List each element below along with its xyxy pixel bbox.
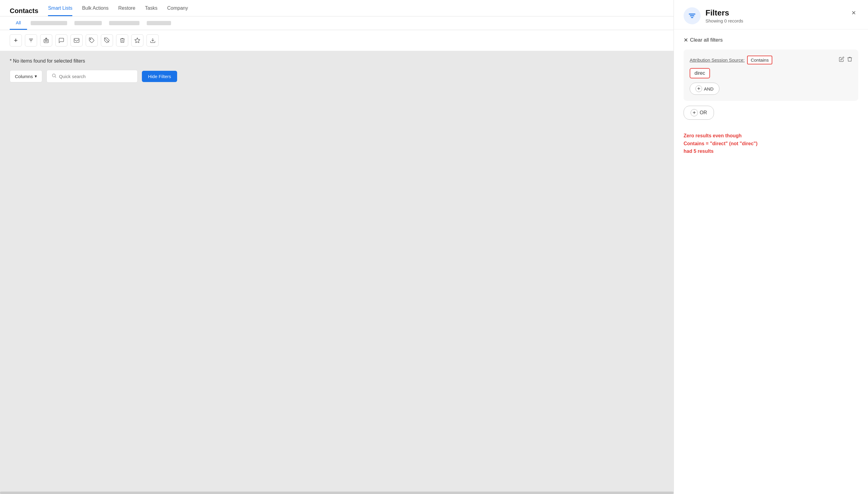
filters-title: Filters (706, 8, 743, 18)
filters-title-row: Filters Showing 0 records (683, 7, 743, 24)
email-button[interactable] (71, 34, 83, 46)
tab-blurred-2 (74, 21, 102, 25)
toolbar: + (0, 30, 674, 51)
svg-line-10 (105, 38, 109, 42)
search-input[interactable] (59, 74, 133, 79)
no-items-message: * No items found for selected filters (10, 58, 664, 64)
filters-header: Filters Showing 0 records × (674, 0, 868, 30)
add-button[interactable]: + (10, 34, 22, 46)
top-nav: Contacts Smart Lists Bulk Actions Restor… (0, 0, 674, 16)
annotation-line-3: had 5 results (683, 147, 858, 155)
tab-all[interactable]: All (10, 16, 27, 30)
filter-icon-circle (683, 7, 700, 24)
annotation-text: Zero results even though Contains = "dir… (683, 132, 858, 155)
filter-value-box[interactable]: direc (690, 68, 710, 78)
and-button[interactable]: + AND (690, 83, 719, 95)
svg-point-9 (90, 39, 91, 39)
hide-filters-label: Hide Filters (148, 74, 171, 79)
tabs-row: All (0, 16, 674, 30)
chevron-down-icon: ▾ (35, 74, 37, 79)
or-button[interactable]: + OR (683, 106, 714, 120)
svg-point-4 (45, 40, 46, 41)
svg-marker-13 (135, 38, 140, 43)
contacts-title: Contacts (10, 7, 38, 15)
filter-actions (839, 56, 852, 64)
filter-value-row: direc (690, 68, 852, 78)
and-label: AND (704, 86, 714, 92)
delete-filter-icon[interactable] (847, 56, 852, 64)
export-button[interactable] (147, 34, 159, 46)
clear-filters-label: Clear all filters (690, 37, 723, 43)
search-box[interactable] (46, 70, 138, 83)
filters-title-text: Filters Showing 0 records (706, 8, 743, 23)
nav-item-company[interactable]: Company (167, 5, 188, 16)
svg-line-16 (55, 77, 56, 78)
nav-item-restore[interactable]: Restore (118, 5, 135, 16)
tab-blurred-1 (31, 21, 67, 25)
columns-label: Columns (15, 74, 33, 79)
edit-filter-icon[interactable] (839, 57, 844, 63)
nav-item-bulk-actions[interactable]: Bulk Actions (82, 5, 109, 16)
or-plus-icon: + (691, 109, 698, 116)
untag-button[interactable] (101, 34, 113, 46)
svg-rect-3 (44, 39, 49, 43)
scroll-bar[interactable] (0, 492, 674, 494)
search-icon (52, 73, 57, 79)
filter-card: Attribution Session Source: Contains (683, 50, 858, 101)
left-panel: Contacts Smart Lists Bulk Actions Restor… (0, 0, 674, 494)
clear-filters-row: ✕ Clear all filters (683, 37, 858, 43)
bottom-toolbar: Columns ▾ Hide Filters (10, 70, 664, 83)
tab-blurred-3 (109, 21, 139, 25)
filter-button[interactable] (25, 34, 37, 46)
filters-panel: Filters Showing 0 records × ✕ Clear all … (674, 0, 868, 494)
plus-icon: + (695, 86, 702, 92)
filter-condition-row: Attribution Session Source: Contains (690, 56, 852, 64)
or-label: OR (700, 110, 707, 115)
delete-button[interactable] (116, 34, 128, 46)
bot-button[interactable] (40, 34, 52, 46)
main-content: * No items found for selected filters Co… (0, 51, 674, 494)
nav-item-smart-lists[interactable]: Smart Lists (48, 5, 72, 16)
filter-operator-box[interactable]: Contains (747, 56, 772, 64)
annotation-line-2: Contains = "direct" (not "direc") (683, 140, 858, 148)
tag-button[interactable] (86, 34, 98, 46)
filter-lines-icon (688, 12, 696, 20)
filters-body: ✕ Clear all filters Attribution Session … (674, 30, 868, 494)
tab-blurred-4 (147, 21, 171, 25)
message-button[interactable] (55, 34, 67, 46)
x-icon: ✕ (683, 37, 688, 43)
close-button[interactable]: × (849, 7, 858, 18)
columns-button[interactable]: Columns ▾ (10, 70, 42, 82)
svg-point-5 (46, 40, 47, 41)
nav-item-tasks[interactable]: Tasks (145, 5, 157, 16)
svg-rect-8 (74, 38, 79, 42)
annotation-line-1: Zero results even though (683, 132, 858, 140)
hide-filters-button[interactable]: Hide Filters (142, 71, 177, 82)
filter-field-label: Attribution Session Source: (690, 57, 745, 62)
clear-all-filters-button[interactable]: ✕ Clear all filters (683, 37, 723, 43)
star-button[interactable] (131, 34, 143, 46)
filters-subtitle: Showing 0 records (706, 18, 743, 23)
svg-point-15 (53, 74, 56, 77)
